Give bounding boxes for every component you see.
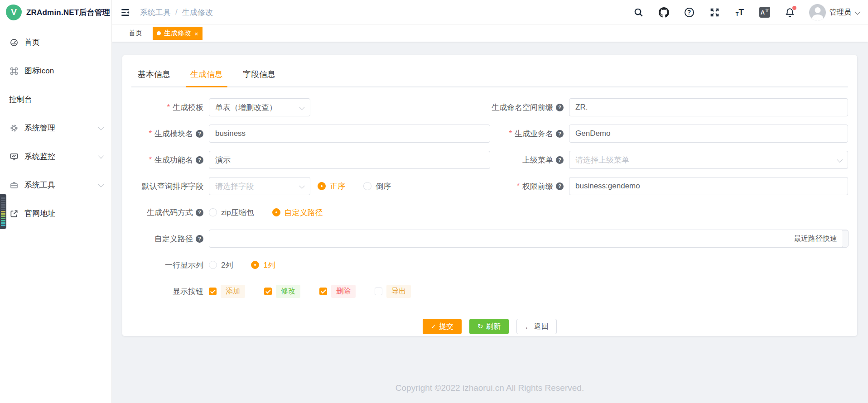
tab-gen-info[interactable]: 生成信息: [190, 69, 223, 86]
radio-icon: [209, 208, 217, 216]
help-icon[interactable]: [556, 104, 564, 111]
parent-menu-label: 上级菜单: [490, 155, 564, 165]
sidebar-item-system-admin[interactable]: 系统管理: [0, 114, 111, 142]
chevron-down-icon: [837, 157, 843, 163]
command-icon: [9, 66, 19, 76]
user-menu[interactable]: 管理员: [809, 4, 859, 21]
main-area: 系统工具 / 生成修改: [112, 0, 868, 403]
checkbox-delete[interactable]: 删除: [319, 285, 356, 298]
bell-icon[interactable]: [784, 6, 796, 18]
perm-prefix-input[interactable]: [569, 177, 848, 195]
tab-field-info[interactable]: 字段信息: [243, 69, 275, 86]
sidebar-item-console[interactable]: 控制台: [0, 85, 111, 114]
search-icon[interactable]: [632, 6, 644, 18]
help-icon[interactable]: [196, 209, 203, 216]
sidebar-item-label: 系统监控: [24, 151, 55, 162]
form-card: 基本信息 生成信息 字段信息 * 生成模板 单表（增删改查）: [122, 55, 857, 336]
radio-one-column[interactable]: 1列: [251, 260, 275, 270]
checkbox-add[interactable]: 添加: [209, 285, 245, 298]
topbar: 系统工具 / 生成修改: [112, 0, 868, 24]
tag-dot-icon: [157, 31, 161, 35]
function-name-label: * 生成功能名: [131, 155, 203, 165]
close-icon[interactable]: [194, 30, 198, 37]
tag-active[interactable]: 生成修改: [153, 27, 203, 40]
chevron-down-icon: [98, 182, 104, 187]
sidebar-item-label: 控制台: [9, 94, 32, 105]
breadcrumb-parent[interactable]: 系统工具: [140, 7, 171, 18]
sidebar-item-home[interactable]: 首页: [0, 28, 111, 57]
custom-path-wrap: 最近路径快速: [209, 230, 848, 248]
sidebar-item-official-site[interactable]: 官网地址: [0, 199, 111, 228]
gen-template-label: * 生成模板: [131, 102, 203, 113]
breadcrumb: 系统工具 / 生成修改: [140, 7, 213, 18]
function-name-input[interactable]: [209, 151, 490, 169]
tags-bar: 首页 生成修改: [112, 24, 868, 42]
app-title: ZRAdmin.NET后台管理: [26, 7, 110, 18]
radio-icon: [363, 182, 371, 190]
app-logo-row[interactable]: V ZRAdmin.NET后台管理: [0, 0, 111, 24]
help-icon[interactable]: [196, 130, 203, 138]
sort-field-select[interactable]: 请选择字段: [209, 177, 310, 195]
recent-path-stub[interactable]: [842, 230, 849, 247]
radio-icon: [272, 208, 280, 216]
help-icon[interactable]: [556, 156, 564, 164]
monitor-icon: [9, 152, 19, 162]
chevron-down-icon: [299, 104, 305, 110]
tag-home[interactable]: 首页: [124, 27, 147, 40]
app-logo: V: [6, 5, 22, 20]
radio-two-columns[interactable]: 2列: [209, 260, 233, 270]
topbar-actions: 管理员: [632, 4, 859, 21]
parent-menu-select[interactable]: 请选择上级菜单: [569, 151, 848, 169]
namespace-prefix-input[interactable]: [569, 98, 848, 116]
show-buttons-checkbox-group: 添加 修改 删除: [209, 285, 411, 298]
back-button[interactable]: 返回: [516, 319, 557, 334]
app-layout: V ZRAdmin.NET后台管理 首页 图标icon 控制台: [0, 0, 868, 403]
checkbox-icon: [375, 288, 382, 295]
sidebar-item-system-monitor[interactable]: 系统监控: [0, 142, 111, 171]
business-name-input[interactable]: [569, 125, 848, 143]
gen-template-select[interactable]: 单表（增删改查）: [209, 98, 310, 116]
help-icon[interactable]: [683, 6, 695, 18]
help-icon[interactable]: [196, 235, 203, 243]
checkbox-edit[interactable]: 修改: [264, 285, 300, 298]
notification-badge: [792, 6, 796, 10]
sidebar: V ZRAdmin.NET后台管理 首页 图标icon 控制台: [0, 0, 112, 403]
checkbox-icon: [264, 288, 272, 295]
chevron-down-icon: [98, 125, 104, 130]
submit-button[interactable]: 提交: [423, 319, 462, 334]
columns-per-row-label: 一行显示列: [131, 260, 203, 270]
sidebar-collapse-icon[interactable]: [119, 6, 131, 18]
radio-zip[interactable]: zip压缩包: [209, 207, 254, 218]
radio-icon: [209, 261, 217, 269]
translate-icon[interactable]: [759, 7, 770, 18]
help-icon[interactable]: [556, 130, 564, 138]
form-actions: 提交 刷新 返回: [131, 319, 848, 334]
font-size-icon[interactable]: [734, 6, 746, 18]
show-buttons-label: 显示按钮: [131, 286, 203, 297]
refresh-button[interactable]: 刷新: [469, 319, 509, 334]
dashboard-icon: [9, 38, 19, 48]
github-icon[interactable]: [658, 6, 670, 18]
help-icon[interactable]: [556, 182, 564, 190]
sidebar-menu: 首页 图标icon 控制台 系统管理: [0, 24, 111, 228]
theme-drawer-handle[interactable]: [0, 194, 6, 229]
sidebar-item-icons[interactable]: 图标icon: [0, 57, 111, 85]
sort-type-radio-group: 正序 倒序: [318, 181, 391, 192]
radio-asc[interactable]: 正序: [318, 181, 345, 192]
breadcrumb-separator: /: [175, 8, 178, 17]
tag-label: 生成修改: [164, 29, 191, 38]
sidebar-item-label: 系统工具: [24, 180, 55, 190]
radio-icon: [318, 182, 326, 190]
sidebar-item-system-tools[interactable]: 系统工具: [0, 171, 111, 199]
custom-path-input[interactable]: [209, 230, 848, 248]
checkbox-export[interactable]: 导出: [375, 285, 411, 298]
tab-basic-info[interactable]: 基本信息: [138, 69, 170, 86]
radio-desc[interactable]: 倒序: [363, 181, 391, 192]
namespace-prefix-label: 生成命名空间前缀: [490, 102, 564, 113]
module-name-input[interactable]: [209, 125, 490, 143]
columns-radio-group: 2列 1列: [209, 260, 275, 270]
help-icon[interactable]: [196, 156, 203, 164]
card-tabs: 基本信息 生成信息 字段信息: [131, 64, 848, 87]
fullscreen-icon[interactable]: [709, 6, 720, 18]
radio-custom-path[interactable]: 自定义路径: [272, 207, 323, 218]
